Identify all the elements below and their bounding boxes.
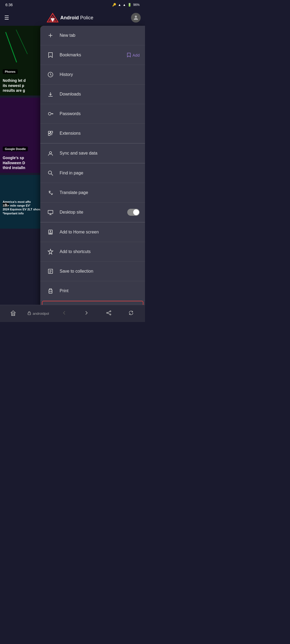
- menu-item-bookmarks[interactable]: Bookmarks Add: [40, 45, 145, 65]
- svg-rect-37: [49, 289, 52, 290]
- sync-label: Sync and save data: [60, 151, 140, 156]
- new-tab-label: New tab: [60, 33, 140, 38]
- print-label: Print: [60, 288, 140, 293]
- svg-rect-16: [51, 131, 53, 133]
- toggle-knob: [133, 209, 139, 215]
- status-icons: 🔑 ▲ ▲ 🔋 96%: [112, 3, 140, 7]
- svg-line-20: [51, 174, 53, 175]
- home-button[interactable]: [7, 308, 20, 320]
- bookmarks-add[interactable]: Add: [126, 53, 140, 57]
- extensions-label: Extensions: [60, 131, 140, 136]
- url-bar[interactable]: androidpol: [27, 311, 49, 316]
- bottom-bar: androidpol: [0, 305, 145, 322]
- key-icon: 🔑: [112, 3, 116, 7]
- shortcuts-icon: [46, 247, 55, 257]
- extensions-icon: [46, 129, 55, 138]
- svg-point-45: [110, 314, 111, 315]
- downloads-icon: [46, 89, 55, 99]
- svg-rect-17: [48, 134, 50, 136]
- svg-point-19: [48, 171, 52, 174]
- menu-item-collection[interactable]: Save to collection: [40, 262, 145, 281]
- homescreen-icon: [46, 227, 55, 237]
- shortcuts-label: Add to shortcuts: [60, 249, 140, 254]
- add-bookmark-label: Add: [132, 53, 140, 57]
- svg-point-18: [49, 152, 52, 154]
- history-icon: [46, 70, 55, 79]
- homescreen-label: Add to Home screen: [60, 230, 140, 235]
- svg-rect-24: [48, 210, 53, 214]
- logo-text: Android Police: [60, 15, 93, 21]
- svg-point-44: [107, 312, 108, 313]
- menu-item-history[interactable]: History: [40, 65, 145, 85]
- hamburger-menu[interactable]: ☰: [4, 14, 9, 21]
- menu-item-find[interactable]: Find in page: [40, 163, 145, 183]
- status-bar: 6:36 🔑 ▲ ▲ 🔋 96%: [0, 0, 145, 10]
- menu-item-sync[interactable]: Sync and save data: [40, 144, 145, 163]
- menu-item-passwords[interactable]: Passwords: [40, 104, 145, 124]
- header: ☰ Android Police: [0, 10, 145, 26]
- svg-point-3: [135, 16, 137, 18]
- forward-button[interactable]: [79, 308, 94, 319]
- translate-icon: [46, 188, 55, 197]
- refresh-button[interactable]: [124, 308, 138, 319]
- collection-icon: [46, 266, 55, 276]
- svg-rect-36: [49, 292, 52, 293]
- translate-label: Translate page: [60, 190, 140, 195]
- menu-item-new-tab[interactable]: New tab: [40, 26, 145, 45]
- wifi-icon: ▲: [118, 3, 121, 7]
- battery-percent: 96%: [133, 3, 140, 7]
- card-label-phones: Phones: [3, 69, 18, 74]
- print-icon: [46, 286, 55, 296]
- svg-point-38: [52, 291, 52, 291]
- avatar[interactable]: [131, 13, 141, 23]
- find-label: Find in page: [60, 171, 140, 175]
- menu-item-extensions[interactable]: Extensions: [40, 124, 145, 143]
- history-label: History: [60, 72, 140, 77]
- menu-item-translate[interactable]: Translate page: [40, 183, 145, 203]
- svg-point-11: [48, 112, 51, 115]
- desktop-label: Desktop site: [60, 210, 127, 215]
- svg-line-46: [108, 312, 110, 313]
- logo-triangle-icon: [47, 13, 59, 23]
- desktop-icon: [46, 207, 55, 217]
- bookmarks-icon: [46, 50, 55, 60]
- find-icon: [46, 168, 55, 178]
- signal-icon: ▲: [123, 3, 126, 7]
- menu-item-homescreen[interactable]: Add to Home screen: [40, 222, 145, 242]
- url-text: androidpol: [33, 312, 49, 316]
- passwords-icon: [46, 109, 55, 119]
- passwords-label: Passwords: [60, 111, 140, 116]
- svg-line-47: [108, 313, 110, 314]
- svg-rect-30: [49, 233, 52, 234]
- menu-item-downloads[interactable]: Downloads: [40, 85, 145, 104]
- svg-rect-41: [12, 314, 14, 316]
- menu-item-shortcuts[interactable]: Add to shortcuts: [40, 242, 145, 262]
- svg-point-43: [110, 311, 111, 312]
- menu-item-print[interactable]: Print: [40, 281, 145, 301]
- bookmarks-label: Bookmarks: [60, 53, 126, 57]
- share-button[interactable]: [102, 308, 116, 319]
- svg-marker-6: [49, 53, 52, 57]
- collection-label: Save to collection: [60, 269, 140, 274]
- lock-icon: [27, 311, 31, 316]
- status-time: 6:36: [5, 3, 13, 7]
- sync-icon: [46, 148, 55, 158]
- svg-marker-31: [48, 249, 53, 254]
- back-button[interactable]: [57, 308, 71, 319]
- svg-rect-42: [28, 313, 31, 315]
- downloads-label: Downloads: [60, 92, 140, 97]
- desktop-toggle[interactable]: [127, 209, 140, 216]
- svg-rect-15: [48, 131, 50, 133]
- context-menu: New tab Bookmarks Add History: [40, 26, 145, 322]
- card-label-doodle: Google Doodle: [3, 147, 28, 151]
- logo: Android Police: [47, 13, 93, 23]
- battery-icon: 🔋: [128, 3, 132, 7]
- new-tab-icon: [46, 31, 55, 40]
- menu-item-desktop[interactable]: Desktop site: [40, 203, 145, 222]
- svg-marker-7: [128, 53, 130, 57]
